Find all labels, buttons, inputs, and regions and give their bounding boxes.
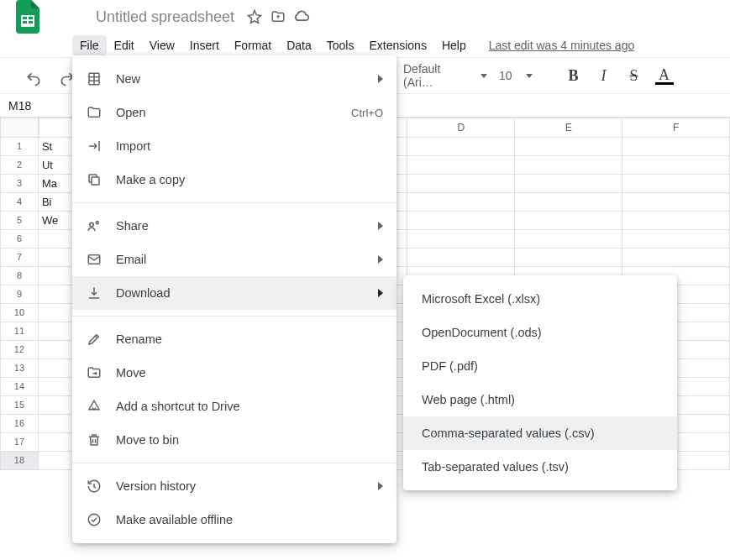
download-pdf[interactable]: PDF (.pdf) [403,349,677,383]
cell[interactable] [622,249,730,267]
chevron-down-icon [481,74,487,78]
download-tsv[interactable]: Tab-separated values (.tsv) [403,450,677,484]
bold-button[interactable]: B [565,66,583,85]
menu-tools[interactable]: Tools [319,35,362,55]
undo-icon[interactable] [25,71,42,87]
file-version-history[interactable]: Version history [72,469,397,503]
row-header[interactable]: 3 [0,175,39,193]
row-header[interactable]: 15 [0,396,39,415]
file-add-shortcut[interactable]: Add a shortcut to Drive [72,390,397,423]
row-header[interactable]: 16 [0,415,39,433]
row-header[interactable]: 8 [0,267,39,285]
submenu-arrow-icon [378,75,383,83]
cell[interactable] [407,156,515,175]
row-header[interactable]: 13 [0,359,39,378]
history-icon [86,478,102,495]
email-icon [86,251,102,268]
cell[interactable] [622,138,730,156]
menu-insert[interactable]: Insert [182,35,227,55]
svg-rect-6 [92,177,99,185]
cell[interactable] [407,193,515,212]
cell[interactable] [407,175,515,193]
row-header[interactable]: 18 [0,452,39,470]
move-icon [86,364,102,381]
row-header[interactable]: 1 [0,138,39,156]
svg-point-7 [90,222,94,227]
menu-separator [72,463,397,463]
file-open[interactable]: Open Ctrl+O [72,96,397,129]
cell[interactable] [407,230,515,249]
file-download[interactable]: Download [72,276,397,310]
row-header[interactable]: 10 [0,304,39,322]
submenu-arrow-icon [378,482,383,490]
download-csv[interactable]: Comma-separated values (.csv) [403,416,677,450]
file-rename[interactable]: Rename [72,322,397,356]
menu-help[interactable]: Help [434,35,474,55]
file-available-offline[interactable]: Make available offline [72,503,397,536]
file-email[interactable]: Email [72,243,397,276]
file-move-to-bin[interactable]: Move to bin [72,423,397,457]
cell[interactable] [515,249,622,267]
row-header[interactable]: 17 [0,433,39,452]
move-folder-icon[interactable] [270,8,286,25]
text-color-button[interactable]: A [655,66,674,85]
cell[interactable] [622,175,730,193]
name-box[interactable]: M18 [0,99,47,113]
document-title[interactable]: Untitled spreadsheet [91,7,239,28]
cell[interactable] [622,193,730,212]
file-new[interactable]: New [72,62,397,96]
file-share[interactable]: Share [72,209,397,243]
file-move[interactable]: Move [72,356,397,390]
row-header[interactable]: 4 [0,193,39,212]
cell[interactable] [515,138,622,156]
download-ods[interactable]: OpenDocument (.ods) [403,316,677,349]
row-header[interactable]: 5 [0,212,39,230]
column-header-e[interactable]: E [515,118,622,138]
strikethrough-button[interactable]: S [625,66,643,85]
font-size-select[interactable]: 10 [499,69,533,82]
cell[interactable] [622,212,730,230]
column-header-f[interactable]: F [622,118,730,138]
cloud-status-icon[interactable] [293,8,310,25]
import-icon [86,138,102,154]
column-header-d[interactable]: D [407,118,515,138]
row-header[interactable]: 14 [0,378,39,396]
menu-view[interactable]: View [142,35,182,55]
menu-extensions[interactable]: Extensions [361,35,433,55]
menu-edit[interactable]: Edit [107,35,142,55]
new-sheet-icon [86,71,102,87]
svg-rect-2 [29,17,33,19]
download-xlsx[interactable]: Microsoft Excel (.xlsx) [403,282,677,316]
menu-data[interactable]: Data [279,35,319,55]
svg-rect-3 [23,21,27,24]
cell[interactable] [622,156,730,175]
select-all-corner[interactable] [0,118,39,138]
cell[interactable] [407,249,515,267]
cell[interactable] [515,175,622,193]
file-import[interactable]: Import [72,129,397,163]
file-make-copy[interactable]: Make a copy [72,163,397,196]
row-header[interactable]: 9 [0,285,39,304]
shortcut-label: Ctrl+O [351,107,383,119]
row-header[interactable]: 6 [0,230,39,249]
cell[interactable] [515,230,622,249]
row-header[interactable]: 7 [0,249,39,267]
cell[interactable] [515,193,622,212]
menu-format[interactable]: Format [227,35,279,55]
cell[interactable] [622,230,730,249]
font-family-select[interactable]: Default (Ari… [403,62,487,89]
row-header[interactable]: 2 [0,156,39,175]
star-icon[interactable] [246,8,263,25]
sheets-logo[interactable] [13,2,44,32]
cell[interactable] [515,212,622,230]
menu-file[interactable]: File [72,35,107,55]
row-header[interactable]: 12 [0,341,39,359]
cell[interactable] [515,156,622,175]
last-edit-link[interactable]: Last edit was 4 minutes ago [489,39,635,52]
download-html[interactable]: Web page (.html) [403,383,677,416]
cell[interactable] [407,138,515,156]
cell[interactable] [407,212,515,230]
row-header[interactable]: 11 [0,322,39,341]
italic-button[interactable]: I [595,66,613,85]
download-submenu: Microsoft Excel (.xlsx) OpenDocument (.o… [403,275,677,490]
